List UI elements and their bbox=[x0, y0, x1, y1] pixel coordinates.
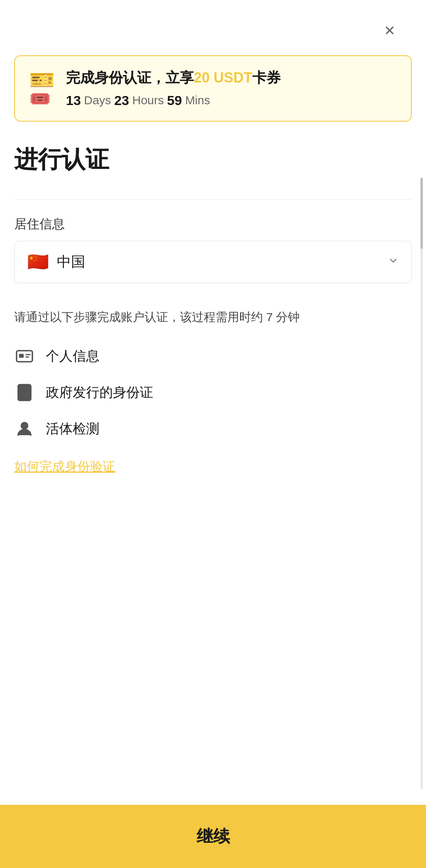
document-icon bbox=[14, 382, 35, 403]
country-flag: 🇨🇳 bbox=[27, 253, 49, 271]
close-button[interactable] bbox=[381, 22, 398, 39]
mins-label: Mins bbox=[185, 94, 210, 107]
mins-number: 59 bbox=[167, 93, 182, 108]
svg-point-10 bbox=[21, 423, 28, 429]
promo-icon: 🎫 🎟️ bbox=[29, 70, 55, 107]
promo-title-before: 完成身份认证，立享 bbox=[66, 70, 194, 86]
main-content: 进行认证 居住信息 🇨🇳 中国 请通过以下步骤完成账户认证，该过程需用时约 7 … bbox=[0, 122, 426, 868]
scroll-section: 居住信息 🇨🇳 中国 请通过以下步骤完成账户认证，该过程需用时约 7 分钟 bbox=[14, 199, 412, 499]
description-text: 请通过以下步骤完成账户认证，该过程需用时约 7 分钟 bbox=[14, 307, 412, 327]
country-select[interactable]: 🇨🇳 中国 bbox=[14, 241, 412, 283]
continue-button-label: 继续 bbox=[197, 825, 230, 847]
hours-number: 23 bbox=[114, 93, 129, 108]
id-card-icon bbox=[14, 346, 35, 366]
help-link[interactable]: 如何完成身份验证 bbox=[14, 458, 115, 475]
svg-rect-3 bbox=[19, 354, 24, 358]
promo-title-after: 卡券 bbox=[252, 70, 281, 86]
days-number: 13 bbox=[66, 93, 81, 108]
step-personal-info-text: 个人信息 bbox=[46, 347, 99, 365]
promo-banner: 🎫 🎟️ 完成身份认证，立享20 USDT卡券 13 Days 23 Hours… bbox=[14, 55, 412, 122]
country-name: 中国 bbox=[57, 252, 380, 272]
step-government-id-text: 政府发行的身份证 bbox=[46, 383, 153, 402]
svg-rect-6 bbox=[18, 385, 31, 400]
scrollbar-thumb[interactable] bbox=[420, 178, 423, 249]
countdown: 13 Days 23 Hours 59 Mins bbox=[66, 93, 281, 108]
step-liveness: 活体检测 bbox=[14, 419, 412, 439]
continue-button[interactable]: 继续 bbox=[0, 805, 426, 868]
scrollbar-track[interactable] bbox=[420, 178, 423, 789]
promo-content: 完成身份认证，立享20 USDT卡券 13 Days 23 Hours 59 M… bbox=[66, 69, 281, 108]
hours-label: Hours bbox=[132, 94, 164, 107]
step-government-id: 政府发行的身份证 bbox=[14, 382, 412, 403]
page-container: 🎫 🎟️ 完成身份认证，立享20 USDT卡券 13 Days 23 Hours… bbox=[0, 0, 426, 868]
promo-title: 完成身份认证，立享20 USDT卡券 bbox=[66, 69, 281, 87]
chevron-down-icon bbox=[388, 255, 399, 269]
step-personal-info: 个人信息 bbox=[14, 346, 412, 366]
promo-highlight: 20 USDT bbox=[194, 70, 252, 86]
face-scan-icon bbox=[14, 419, 35, 439]
residence-label: 居住信息 bbox=[14, 216, 412, 233]
page-title: 进行认证 bbox=[14, 144, 412, 176]
step-liveness-text: 活体检测 bbox=[46, 420, 99, 438]
days-label: Days bbox=[84, 94, 111, 107]
close-icon bbox=[383, 24, 396, 37]
steps-list: 个人信息 政府发行的身份证 bbox=[14, 346, 412, 439]
